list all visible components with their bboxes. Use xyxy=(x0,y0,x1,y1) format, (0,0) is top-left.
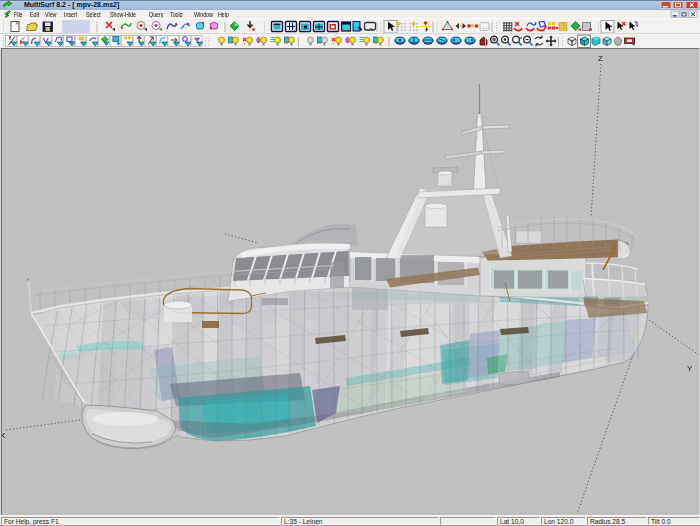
svg-text:Y: Y xyxy=(687,364,693,373)
svg-text:Z: Z xyxy=(598,54,603,63)
svg-text:X: X xyxy=(2,431,6,440)
